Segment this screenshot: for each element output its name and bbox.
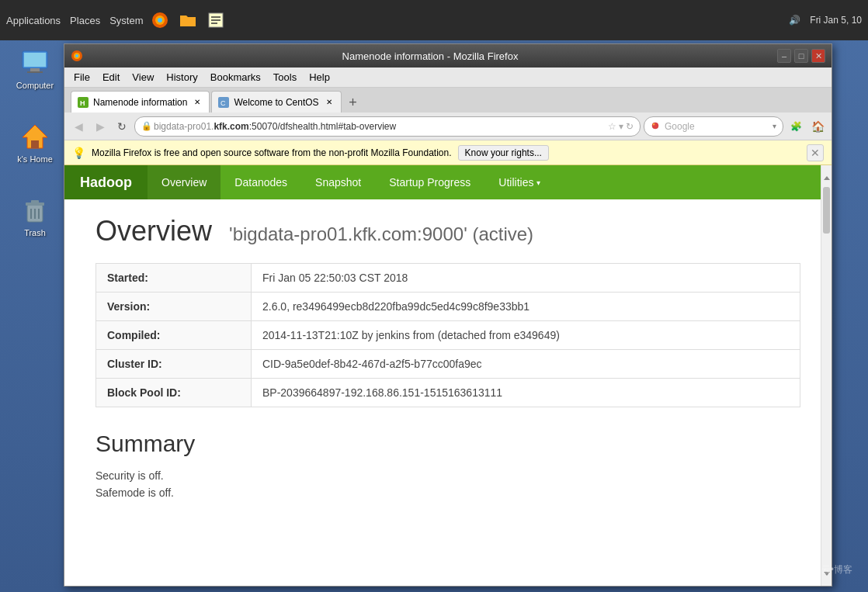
table-key-cluster-id: Cluster ID: — [96, 350, 252, 379]
scroll-up-button[interactable] — [823, 171, 830, 184]
menu-view[interactable]: View — [126, 70, 160, 85]
search-dropdown-icon[interactable]: ▾ — [773, 122, 776, 130]
tab-icon-hadoop: H — [78, 97, 89, 108]
table-value-cluster-id: CID-9a5e0def-8b42-467d-a2f5-b77cc00fa9ec — [252, 350, 800, 379]
close-button[interactable]: ✕ — [811, 49, 825, 63]
nav-overview[interactable]: Overview — [148, 165, 220, 199]
home-label: k's Home — [17, 154, 53, 164]
nav-startup-progress[interactable]: Startup Progress — [375, 165, 484, 199]
tab-centos[interactable]: C Welcome to CentOS ✕ — [211, 91, 341, 113]
minimize-button[interactable]: – — [777, 49, 791, 63]
table-row: Block Pool ID: BP-2039664897-192.168.86.… — [96, 379, 800, 407]
addon-button[interactable]: 🧩 — [786, 117, 805, 136]
desktop: Applications Places System — [0, 0, 868, 592]
taskbar-system[interactable]: System — [109, 15, 143, 26]
scrollbar-thumb[interactable] — [823, 187, 830, 234]
back-button[interactable]: ◀ — [69, 117, 88, 136]
addressbar: ◀ ▶ ↻ 🔒 bigdata-pro01.kfk.com:50070/dfsh… — [64, 113, 832, 140]
table-key-started: Started: — [96, 264, 252, 293]
table-key-block-pool-id: Block Pool ID: — [96, 379, 252, 407]
table-value-block-pool-id: BP-2039664897-192.168.86.151-15151636131… — [252, 379, 800, 407]
table-row: Compiled: 2014-11-13T21:10Z by jenkins f… — [96, 321, 800, 350]
menu-help[interactable]: Help — [303, 70, 336, 85]
hadoop-brand: Hadoop — [64, 165, 148, 199]
desktop-icon-computer[interactable]: Computer — [8, 47, 62, 90]
search-bar[interactable]: Google ▾ — [644, 116, 783, 137]
firefox-window: Namenode information - Mozilla Firefox –… — [64, 43, 832, 587]
menu-bookmarks[interactable]: Bookmarks — [204, 70, 267, 85]
overview-table: Started: Fri Jan 05 22:50:03 CST 2018 Ve… — [95, 263, 800, 407]
watermark: @51C云•博客 — [795, 563, 852, 576]
taskbar-apps: Applications Places System — [6, 15, 143, 26]
scrollbar[interactable] — [821, 165, 832, 586]
page-content: Hadoop Overview Datanodes Snapshot Start… — [64, 165, 832, 586]
menu-file[interactable]: File — [68, 70, 96, 85]
tabbar: H Namenode information ✕ C Welcome to Ce… — [64, 88, 832, 113]
nav-snapshot[interactable]: Snapshot — [301, 165, 375, 199]
svg-text:H: H — [80, 99, 85, 107]
summary-security: Security is off. — [95, 469, 800, 482]
firefox-taskbar-icon[interactable] — [149, 9, 171, 31]
infobar: 💡 Mozilla Firefox is free and open sourc… — [64, 140, 832, 165]
window-controls: – □ ✕ — [777, 49, 825, 63]
bookmark-star-icon[interactable]: ☆ — [608, 121, 616, 132]
url-bar[interactable]: 🔒 bigdata-pro01.kfk.com:50070/dfshealth.… — [134, 116, 641, 137]
taskbar-applications[interactable]: Applications — [6, 15, 61, 26]
hadoop-nav-items: Overview Datanodes Snapshot Startup Prog… — [148, 165, 554, 199]
taskbar-right: 🔊 Fri Jan 5, 10 — [789, 15, 862, 26]
menu-history[interactable]: History — [160, 70, 203, 85]
svg-rect-15 — [31, 200, 39, 203]
reload-button[interactable]: ↻ — [113, 117, 131, 136]
nav-utilities[interactable]: Utilities ▾ — [484, 165, 554, 199]
table-row: Started: Fri Jan 05 22:50:03 CST 2018 — [96, 264, 800, 293]
computer-label: Computer — [16, 81, 54, 90]
reload-url-icon[interactable]: ↻ — [626, 121, 634, 132]
taskbar-places[interactable]: Places — [70, 15, 100, 26]
svg-rect-9 — [30, 68, 40, 71]
tab-namenode-close[interactable]: ✕ — [192, 97, 203, 108]
desktop-icon-home[interactable]: k's Home — [8, 120, 62, 164]
hadoop-navbar: Hadoop Overview Datanodes Snapshot Start… — [64, 165, 832, 199]
main-content: Overview 'bigdata-pro01.kfk.com:9000' (a… — [64, 199, 832, 519]
svg-point-2 — [158, 18, 162, 23]
table-key-version: Version: — [96, 293, 252, 321]
computer-icon — [19, 47, 50, 78]
window-title: Namenode information - Mozilla Firefox — [89, 50, 771, 62]
table-value-version: 2.6.0, re3496499ecb8d220fba99dc5ed4c99c8… — [252, 293, 800, 321]
taskbar: Applications Places System — [0, 0, 868, 40]
know-rights-button[interactable]: Know your rights... — [458, 145, 549, 161]
server-info: 'bigdata-pro01.kfk.com:9000' (active) — [229, 223, 533, 244]
home-nav-button[interactable]: 🏠 — [808, 117, 827, 136]
folder-taskbar-icon[interactable] — [177, 9, 199, 31]
menu-tools[interactable]: Tools — [267, 70, 303, 85]
tab-namenode-label: Namenode information — [93, 97, 187, 108]
new-tab-button[interactable]: + — [343, 92, 363, 113]
forward-button[interactable]: ▶ — [91, 117, 109, 136]
nav-datanodes[interactable]: Datanodes — [220, 165, 301, 199]
tab-namenode[interactable]: H Namenode information ✕ — [71, 91, 210, 113]
trash-icon — [19, 194, 50, 225]
maximize-button[interactable]: □ — [794, 49, 808, 63]
tab-icon-centos: C — [218, 97, 229, 108]
svg-rect-10 — [27, 71, 43, 73]
trash-label: Trash — [24, 228, 46, 237]
desktop-icon-trash[interactable]: Trash — [8, 194, 62, 237]
table-value-compiled: 2014-11-13T21:10Z by jenkins from (detac… — [252, 321, 800, 350]
table-row: Cluster ID: CID-9a5e0def-8b42-467d-a2f5-… — [96, 350, 800, 379]
summary-heading: Summary — [95, 431, 800, 457]
svg-point-21 — [75, 54, 78, 57]
menu-edit[interactable]: Edit — [96, 70, 126, 85]
taskbar-icons — [149, 9, 227, 31]
search-input[interactable]: Google — [665, 121, 695, 132]
infobar-close-button[interactable]: ✕ — [807, 144, 824, 161]
edit-taskbar-icon[interactable] — [205, 9, 227, 31]
search-engine-icon — [651, 121, 661, 132]
volume-icon[interactable]: 🔊 — [789, 15, 800, 26]
svg-rect-8 — [24, 53, 46, 67]
url-dropdown-icon[interactable]: ▾ — [619, 121, 623, 132]
tab-centos-close[interactable]: ✕ — [324, 97, 335, 108]
home-icon — [19, 120, 50, 151]
svg-point-27 — [653, 123, 655, 125]
table-value-started: Fri Jan 05 22:50:03 CST 2018 — [252, 264, 800, 293]
utilities-dropdown-icon: ▾ — [536, 178, 540, 187]
